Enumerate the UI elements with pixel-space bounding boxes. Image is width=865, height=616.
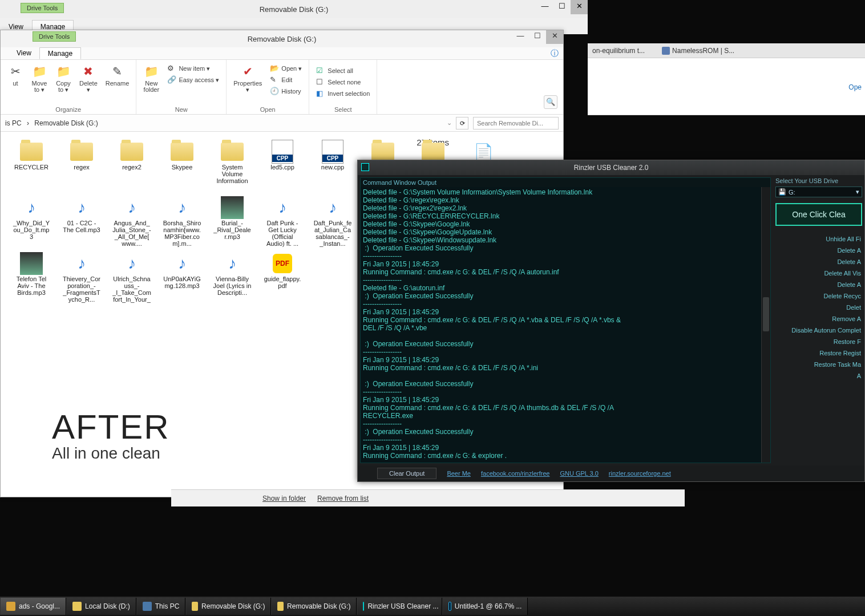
- file-icon: ♪: [269, 196, 296, 220]
- facebook-link[interactable]: facebook.com/rinzlerfree: [481, 470, 549, 477]
- file-name: regex: [74, 164, 90, 171]
- taskbar-icon: [143, 602, 152, 611]
- file-item[interactable]: ♪Angus_And_Julia_Stone_-_All_Of_Me[www..…: [112, 196, 151, 247]
- open-button[interactable]: 📂Open ▾: [269, 63, 303, 74]
- file-item[interactable]: RECYCLER: [12, 140, 51, 191]
- refresh-button[interactable]: ⟳: [456, 117, 468, 129]
- favicon-icon: [662, 47, 670, 55]
- invert-selection-button[interactable]: ◧Invert selection: [315, 88, 371, 99]
- browser-content-stub: Ope: [588, 58, 865, 115]
- file-item[interactable]: ♪Vienna-Billy Joel (Lyrics in Descripti.…: [213, 252, 252, 303]
- select-none-button[interactable]: ☐Select none: [315, 77, 371, 87]
- remove-from-list-link[interactable]: Remove from list: [317, 495, 369, 502]
- rinzler-action-link[interactable]: Delete All Vis: [775, 269, 862, 277]
- file-item[interactable]: ♪Thievery_Corporation_-_FragmentsTycho_R…: [62, 252, 101, 303]
- close-button[interactable]: ✕: [546, 30, 563, 44]
- browser-tab-2[interactable]: NamelessROM | S...: [662, 47, 734, 55]
- file-item[interactable]: new.cpp: [313, 140, 352, 191]
- easy-access-button[interactable]: 🔗Easy access ▾: [166, 75, 220, 85]
- rinzler-action-link[interactable]: Delete Recyc: [775, 292, 862, 300]
- rinzler-action-link[interactable]: Restore Regist: [775, 349, 862, 357]
- taskbar-item[interactable]: Removable Disk (G:): [271, 598, 357, 615]
- rinzler-action-link[interactable]: Restore F: [775, 338, 862, 346]
- help-icon[interactable]: ⓘ: [551, 48, 559, 59]
- delete-button[interactable]: ✖Delete ▾: [78, 62, 99, 94]
- sourceforge-link[interactable]: rinzler.sourceforge.net: [609, 470, 671, 477]
- browser-tab-1[interactable]: on-equilibrium t...: [592, 47, 645, 55]
- ribbon-tabs: View Manage ⓘ: [1, 47, 563, 60]
- copy-to-button[interactable]: 📁Copy to ▾: [54, 62, 72, 94]
- usb-drive-select[interactable]: 💾 G:▾: [775, 187, 862, 197]
- minimize-button-back[interactable]: —: [536, 0, 553, 14]
- history-button[interactable]: 🕘History: [269, 86, 303, 96]
- file-item[interactable]: ♪Daft Punk - Get Lucky (Official Audio) …: [263, 196, 302, 247]
- rinzler-action-link[interactable]: Delete A: [775, 246, 862, 254]
- rinzler-action-link[interactable]: Unhide All Fi: [775, 235, 862, 243]
- cut-button[interactable]: ✂ut: [6, 62, 25, 94]
- rinzler-titlebar: Rinzler USB Cleaner 2.0: [358, 160, 864, 175]
- open-link[interactable]: Ope: [848, 83, 862, 91]
- drive-tools-tab-back[interactable]: Drive Tools: [21, 3, 64, 13]
- taskbar-item[interactable]: Local Disk (D:): [66, 598, 136, 615]
- taskbar-item[interactable]: Untitled-1 @ 66.7% ...: [442, 598, 528, 615]
- scrollbar[interactable]: [761, 187, 770, 463]
- move-to-button[interactable]: 📁Move to ▾: [30, 62, 48, 94]
- file-item[interactable]: ♪_Why_Did_You_Do_It.mp3: [12, 196, 51, 247]
- rename-button[interactable]: ✎Rename: [104, 62, 131, 94]
- tab-view[interactable]: View: [9, 47, 39, 59]
- file-icon: ♪: [68, 252, 95, 275]
- after-overlay-text: AFTER All in one clean: [52, 407, 170, 463]
- drive-tools-tab-front[interactable]: Drive Tools: [33, 31, 76, 42]
- maximize-button-back[interactable]: ☐: [553, 0, 571, 14]
- file-item[interactable]: ♪UnP0aKAYiGmg.128.mp3: [163, 252, 201, 303]
- search-input[interactable]: [473, 117, 559, 129]
- rinzler-action-link[interactable]: Delete A: [775, 281, 862, 289]
- file-icon: [269, 140, 296, 164]
- file-item[interactable]: Skypee: [163, 140, 201, 191]
- file-item[interactable]: ♪01 - C2C - The Cell.mp3: [62, 196, 101, 247]
- rinzler-action-link[interactable]: Delet: [775, 303, 862, 311]
- one-click-clean-button[interactable]: One Click Clea: [775, 203, 862, 226]
- file-item[interactable]: Telefon Tel Aviv - The Birds.mp3: [12, 252, 51, 303]
- file-item[interactable]: Burial_-_Rival_Dealer.mp3: [213, 196, 252, 247]
- close-button-back[interactable]: ✕: [571, 0, 588, 14]
- file-item[interactable]: regex2: [112, 140, 151, 191]
- rinzler-action-link[interactable]: Remove A: [775, 315, 862, 323]
- taskbar-item[interactable]: This PC: [136, 598, 186, 615]
- select-all-button[interactable]: ☑Select all: [315, 66, 371, 76]
- addr-dropdown-icon[interactable]: ⌄: [447, 119, 452, 127]
- beer-me-link[interactable]: Beer Me: [447, 470, 471, 477]
- ribbon-group-select: ☑Select all ☐Select none ◧Invert selecti…: [309, 60, 377, 114]
- properties-button[interactable]: ✔Properties ▾: [232, 62, 263, 96]
- file-item[interactable]: ♪Borsha_Shironamhin[www.MP3Fiber.com].m.…: [163, 196, 201, 247]
- rinzler-app-icon: [361, 163, 369, 171]
- breadcrumb[interactable]: is PC › Removable Disk (G:): [5, 119, 98, 127]
- tab-manage[interactable]: Manage: [39, 47, 81, 59]
- taskbar-item[interactable]: ads - Googl...: [0, 598, 66, 615]
- ribbon-search-icon[interactable]: 🔍: [544, 95, 557, 109]
- taskbar-icon: [448, 602, 451, 611]
- taskbar-item[interactable]: Removable Disk (G:): [185, 598, 271, 615]
- file-name: Vienna-Billy Joel (Lyrics in Descripti..…: [213, 275, 252, 296]
- file-item[interactable]: ♪Ulrich_Schnauss_-_I_Take_Comfort_In_You…: [112, 252, 151, 303]
- edit-button[interactable]: ✎Edit: [269, 75, 303, 85]
- rinzler-action-link[interactable]: Restore Task Ma: [775, 360, 862, 368]
- file-item[interactable]: ♪Daft_Punk_feat_Julian_Casablancas_-_Ins…: [313, 196, 352, 247]
- rinzler-action-link[interactable]: Disable Autorun Complet: [775, 326, 862, 334]
- file-item[interactable]: regex: [62, 140, 101, 191]
- file-item[interactable]: System Volume Information: [213, 140, 252, 191]
- taskbar-item[interactable]: Rinzler USB Cleaner ...: [357, 598, 442, 615]
- clear-output-button[interactable]: Clear Output: [377, 468, 436, 479]
- maximize-button[interactable]: ☐: [529, 30, 546, 44]
- window-title-front: Removable Disk (G:): [248, 35, 317, 43]
- new-folder-button[interactable]: 📁New folder: [142, 62, 160, 94]
- gpl-link[interactable]: GNU GPL 3.0: [560, 470, 598, 477]
- file-item[interactable]: PDFguide_flappy.pdf: [263, 252, 302, 303]
- file-name: UnP0aKAYiGmg.128.mp3: [163, 275, 201, 289]
- minimize-button[interactable]: —: [512, 30, 529, 44]
- new-item-button[interactable]: ⚙New item ▾: [166, 63, 220, 74]
- file-item[interactable]: led5.cpp: [263, 140, 302, 191]
- rinzler-action-link[interactable]: Delete A: [775, 258, 862, 266]
- show-in-folder-link[interactable]: Show in folder: [262, 495, 306, 502]
- rinzler-action-link[interactable]: A: [775, 372, 862, 380]
